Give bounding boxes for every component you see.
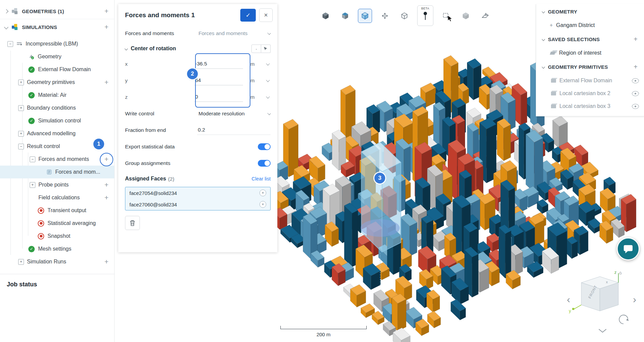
saved-selection-item[interactable]: Region of interest	[536, 47, 644, 59]
rotate-view-button[interactable]	[619, 315, 628, 324]
expand-icon[interactable]: +	[30, 182, 35, 188]
job-status-section[interactable]: Job status	[0, 274, 114, 295]
collapse-icon[interactable]: −	[18, 144, 24, 149]
collapse-icon[interactable]: −	[7, 41, 13, 47]
delete-button[interactable]	[125, 216, 140, 230]
add-saved-selection-button[interactable]: +	[632, 35, 640, 43]
tree-item-mesh-settings[interactable]: ✓ Mesh settings	[0, 243, 114, 255]
hidden-parts-icon[interactable]	[459, 9, 472, 23]
tree-item-geometry[interactable]: Geometry	[0, 50, 114, 63]
support-chat-button[interactable]	[617, 237, 640, 260]
geometries-section-row[interactable]: GEOMETRIES (1) +	[0, 3, 114, 19]
chevron-down-icon[interactable]	[542, 65, 545, 68]
textured-view-icon[interactable]	[338, 9, 352, 23]
rotate-right-chevron[interactable]: ›	[633, 294, 636, 305]
y-coordinate-row: y 64 m	[118, 72, 277, 89]
center-of-rotation-section[interactable]: Center of rotation ·	[118, 41, 277, 56]
faces-icon	[550, 52, 555, 55]
x-input[interactable]: -36.5	[194, 59, 243, 69]
eye-icon[interactable]	[632, 78, 639, 83]
rotate-left-chevron[interactable]: ‹	[567, 294, 570, 305]
tree-item-simulation-control[interactable]: ✓ Simulation control	[0, 114, 114, 127]
collapse-icon[interactable]: −	[30, 156, 35, 162]
y-axis-handle[interactable]	[572, 308, 574, 310]
orientation-cube[interactable]: FRONT x	[581, 277, 618, 311]
add-simulation-button[interactable]: +	[101, 23, 112, 31]
simulation-tree-panel: GEOMETRIES (1) + SIMULATIONS + − Incompr…	[0, 0, 115, 342]
eye-icon[interactable]	[632, 91, 639, 96]
lbm-icon	[16, 41, 22, 46]
tree-item-label: Probe points	[38, 182, 69, 188]
remove-face-button[interactable]: ✕	[259, 201, 266, 208]
tree-item-snapshot[interactable]: Snapshot	[0, 230, 114, 243]
clear-list-link[interactable]: Clear list	[252, 176, 271, 181]
expand-icon[interactable]: +	[18, 80, 24, 85]
collapse-widget-chevron[interactable]	[599, 329, 606, 332]
remove-face-button[interactable]: ✕	[259, 190, 266, 196]
expand-icon[interactable]: +	[18, 259, 24, 265]
face-list-item[interactable]: face27060@solid234 ✕	[125, 199, 270, 210]
add-primitive-button[interactable]: +	[632, 63, 640, 71]
manual-entry-button[interactable]: ·	[251, 45, 261, 53]
tree-item-forces-and-moments[interactable]: − Forces and moments +	[0, 153, 114, 166]
expand-arrows-icon	[381, 12, 389, 20]
chevron-down-icon[interactable]	[542, 10, 545, 13]
expand-icon[interactable]: +	[18, 105, 24, 111]
tree-item-incompressible[interactable]: − Incompressible (LBM)	[0, 37, 114, 50]
orientation-view-button[interactable]	[358, 9, 372, 23]
chevron-down-icon[interactable]	[125, 47, 128, 50]
tree-item-boundary-conditions[interactable]: + Boundary conditions	[0, 102, 114, 114]
expand-icon[interactable]: +	[550, 22, 553, 28]
pick-point-button[interactable]	[261, 45, 271, 53]
tree-item-material-air[interactable]: ✓ Material: Air	[0, 89, 114, 102]
type-select[interactable]: Forces and moments	[198, 30, 271, 36]
y-unit-select[interactable]: m	[249, 78, 271, 83]
write-control-select[interactable]: Moderate resolution	[198, 111, 271, 117]
add-field-calculation-button[interactable]: +	[101, 194, 112, 202]
face-list-item[interactable]: face27054@solid234 ✕	[125, 187, 270, 199]
chevron-down-icon[interactable]	[542, 37, 545, 41]
add-probe-point-button[interactable]: +	[101, 181, 112, 189]
tree-item-geometry-primitives[interactable]: + Geometry primitives +	[0, 76, 114, 89]
section-plane-icon[interactable]	[479, 9, 492, 23]
saved-selections-header-row[interactable]: SAVED SELECTIONS +	[536, 32, 644, 47]
close-button[interactable]: ✕	[259, 8, 273, 22]
export-toggle[interactable]	[258, 143, 271, 150]
apply-button[interactable]: ✓	[240, 9, 256, 22]
primitive-item-external-flow-domain[interactable]: External Flow Domain	[536, 74, 644, 87]
home-icon[interactable]: ⌂	[619, 270, 622, 275]
tree-item-statistical-averaging[interactable]: Statistical averaging	[0, 217, 114, 230]
primitive-item-local-box-3[interactable]: Local cartesian box 3	[536, 100, 644, 113]
group-toggle[interactable]	[258, 160, 271, 167]
chevron-right-icon[interactable]	[4, 9, 8, 13]
shaded-view-icon[interactable]	[319, 9, 332, 23]
tree-item-external-flow-domain[interactable]: ✓ External Flow Domain	[0, 63, 114, 76]
tree-item-probe-points[interactable]: + Probe points +	[0, 178, 114, 191]
simulations-section-row[interactable]: SIMULATIONS +	[0, 19, 114, 35]
tree-item-field-calculations[interactable]: Field calculations +	[0, 191, 114, 204]
expand-icon[interactable]: +	[18, 131, 24, 137]
chevron-down-icon[interactable]	[4, 25, 8, 29]
add-geometry-button[interactable]: +	[101, 7, 112, 15]
tree-item-advanced-modelling[interactable]: + Advanced modelling	[0, 127, 114, 140]
tutorial-ring	[100, 153, 113, 166]
wireframe-view-icon[interactable]	[398, 9, 411, 23]
primitive-item-local-box-2[interactable]: Local cartesian box 2	[536, 87, 644, 100]
tree-item-forces-and-moments-1[interactable]: Forces and mom...	[0, 166, 114, 178]
orientation-cube-widget[interactable]: ‹ › FRONT x z ⌂ y	[566, 269, 639, 335]
geometry-header-row[interactable]: GEOMETRY	[536, 4, 644, 19]
add-simulation-run-button[interactable]: +	[101, 258, 112, 266]
y-input[interactable]: 64	[194, 76, 243, 85]
tree-item-simulation-runs[interactable]: + Simulation Runs +	[0, 255, 114, 268]
z-unit-select[interactable]: m	[249, 94, 271, 100]
eye-icon[interactable]	[632, 104, 639, 109]
z-input[interactable]: 0	[194, 92, 243, 102]
tree-item-transient-output[interactable]: Transient output	[0, 204, 114, 217]
geometry-item-gangam[interactable]: + Gangam District	[536, 19, 644, 32]
x-unit-select[interactable]: m	[249, 61, 271, 67]
probe-point-button[interactable]: BETA	[417, 5, 433, 26]
fraction-input[interactable]: 0.2	[197, 125, 271, 135]
fit-view-icon[interactable]	[378, 9, 392, 23]
geometry-primitives-header-row[interactable]: GEOMETRY PRIMITIVES +	[536, 59, 644, 74]
add-primitive-button[interactable]: +	[101, 78, 112, 86]
